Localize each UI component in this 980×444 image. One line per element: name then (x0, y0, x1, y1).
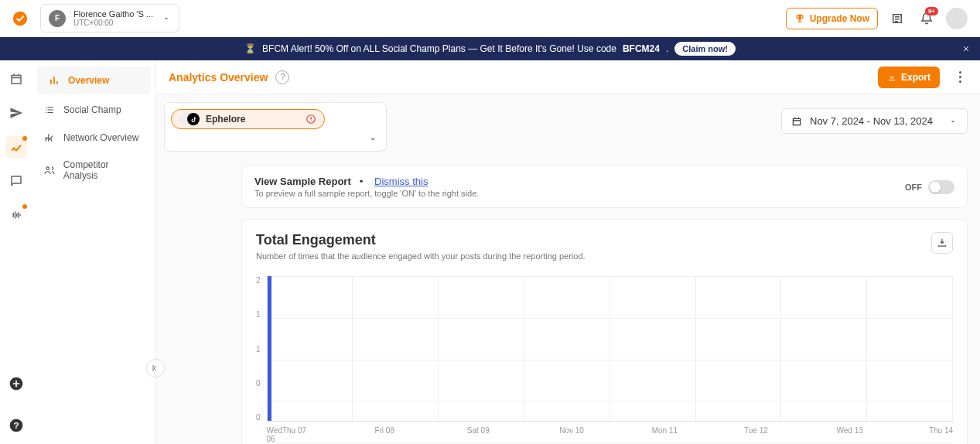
y-tick: 0 (256, 379, 261, 388)
help-icon[interactable]: ? (275, 70, 289, 84)
upgrade-label: Upgrade Now (810, 13, 869, 24)
bars-icon (48, 74, 60, 87)
rail-help-icon[interactable]: ? (5, 415, 27, 436)
sidebar-item-label: Network Overview (63, 132, 138, 143)
sidebar-item-overview[interactable]: Overview (37, 67, 151, 94)
svg-text:?: ? (13, 420, 19, 430)
page-header: Analytics Overview ? Export (156, 60, 980, 94)
account-selector-card[interactable]: Ephelore (164, 102, 387, 152)
sidebar-item-network-overview[interactable]: Network Overview (32, 124, 155, 152)
chart-grid (267, 276, 953, 422)
close-icon[interactable] (961, 44, 971, 53)
date-range-text: Nov 7, 2024 - Nov 13, 2024 (810, 115, 933, 127)
export-label: Export (901, 72, 930, 83)
grid-column (610, 276, 696, 421)
notification-badge: 9+ (925, 7, 938, 15)
rail-waveform-icon[interactable] (5, 204, 27, 226)
rail-analytics-icon[interactable] (5, 136, 27, 158)
account-pill[interactable]: Ephelore (171, 109, 325, 129)
sample-title: View Sample Report (254, 176, 351, 187)
warning-icon (306, 114, 316, 125)
chart-subtitle: Number of times that the audience engage… (256, 251, 586, 261)
download-icon (887, 73, 896, 82)
export-button[interactable]: Export (878, 67, 940, 88)
chart-download-button[interactable] (931, 232, 953, 254)
x-tick: Thu 14 (929, 426, 953, 443)
banner-emoji: ⏳ (244, 43, 256, 54)
secondary-sidebar: Overview Social Champ Network Overview C… (32, 60, 156, 444)
content-area: Ephelore Nov 7, 2024 - Nov 13, 2024 (156, 94, 980, 444)
y-tick: 1 (256, 310, 261, 319)
grid-column (524, 276, 610, 421)
dismiss-link[interactable]: Dismiss this (374, 176, 428, 187)
org-avatar: F (49, 10, 66, 27)
sidebar-item-social-champ[interactable]: Social Champ (32, 96, 155, 124)
sidebar-item-label: Overview (68, 75, 109, 86)
sidebar-item-label: Social Champ (63, 104, 121, 115)
grid-column (439, 276, 524, 421)
org-timezone: UTC+00:00 (73, 19, 153, 27)
banner-code: BFCM24 (623, 43, 660, 54)
x-tick: Wed 06 (267, 426, 282, 443)
app-logo[interactable] (9, 8, 31, 29)
chart-title: Total Engagement (256, 232, 586, 248)
chart-up-icon (43, 131, 56, 144)
top-header: F Florence Gaitho 'S ... UTC+00:00 Upgra… (0, 0, 980, 37)
calendar-icon (791, 116, 802, 127)
main-panel: Analytics Overview ? Export (156, 60, 980, 444)
y-tick: 1 (256, 345, 261, 353)
x-tick: Sat 09 (467, 426, 559, 443)
notes-icon[interactable] (887, 9, 907, 29)
account-name: Ephelore (206, 114, 245, 125)
rail-add-icon[interactable] (5, 373, 27, 394)
sidebar-item-label: Competitor Analysis (63, 159, 145, 181)
tiktok-icon (187, 113, 200, 125)
user-avatar[interactable] (946, 8, 968, 29)
sample-toggle[interactable] (928, 180, 954, 194)
x-tick: Wed 13 (836, 426, 928, 443)
users-icon (43, 164, 56, 176)
x-tick: Fri 08 (374, 426, 466, 443)
engagement-chart-card: Total Engagement Number of times that th… (241, 219, 968, 444)
rail-chat-icon[interactable] (5, 170, 27, 192)
x-tick: Tue 12 (744, 426, 836, 443)
upgrade-button[interactable]: Upgrade Now (786, 8, 878, 29)
chevron-down-icon (948, 117, 958, 126)
org-selector[interactable]: F Florence Gaitho 'S ... UTC+00:00 (40, 4, 179, 32)
grid-column (268, 276, 353, 421)
x-tick: Mon 11 (652, 426, 744, 443)
active-dot (22, 136, 27, 141)
x-tick: Thu 07 (282, 426, 374, 443)
x-tick: Nov 10 (559, 426, 651, 443)
notifications-icon[interactable]: 9+ (917, 9, 937, 29)
y-tick: 2 (256, 276, 261, 285)
sidebar-item-competitor-analysis[interactable]: Competitor Analysis (32, 152, 155, 189)
y-tick: 0 (256, 413, 261, 422)
grid-column (781, 276, 867, 421)
chart-area: 21100 Wed 06Thu 07Fri 08Sat 09Nov 10Mon … (256, 276, 953, 443)
promo-banner: ⏳ BFCM Alert! 50% Off on ALL Social Cham… (0, 37, 980, 60)
x-axis: Wed 06Thu 07Fri 08Sat 09Nov 10Mon 11Tue … (267, 426, 953, 443)
toggle-label: OFF (905, 183, 922, 192)
grid-column (696, 276, 782, 421)
page-title: Analytics Overview (169, 71, 268, 84)
banner-text: BFCM Alert! 50% Off on ALL Social Champ … (262, 43, 616, 54)
grid-column (353, 276, 439, 421)
chevron-down-icon (162, 14, 171, 23)
rail-calendar-icon[interactable] (5, 68, 27, 90)
sample-subtitle: To preview a full sample report, toggle … (254, 189, 479, 198)
collapse-sidebar-button[interactable] (146, 359, 165, 377)
rail-send-icon[interactable] (5, 102, 27, 124)
list-icon (43, 104, 56, 116)
chart-bar (268, 276, 271, 421)
filters-row: Ephelore Nov 7, 2024 - Nov 13, 2024 (156, 94, 980, 152)
icon-rail: ? (0, 60, 32, 444)
grid-column (867, 276, 953, 421)
claim-button[interactable]: Claim now! (674, 42, 736, 56)
dot: • (360, 176, 364, 187)
date-range-picker[interactable]: Nov 7, 2024 - Nov 13, 2024 (781, 108, 968, 134)
sample-report-card: View Sample Report • Dismiss this To pre… (241, 166, 968, 208)
more-menu-icon[interactable] (952, 71, 968, 83)
chevron-down-icon[interactable] (367, 134, 378, 145)
rail-dot (22, 204, 27, 209)
